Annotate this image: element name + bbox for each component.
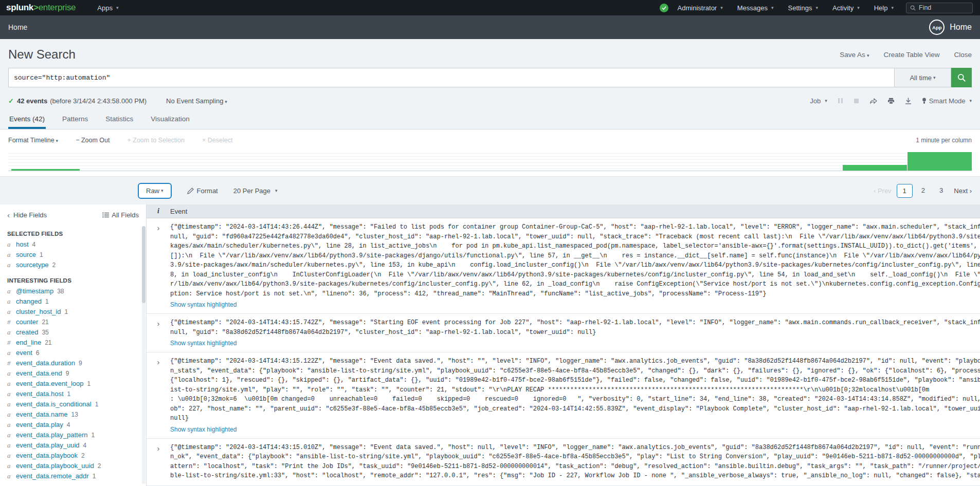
- show-syntax-link[interactable]: Show syntax highlighted: [170, 426, 237, 433]
- field-name[interactable]: event_data.playbook_uuid: [16, 462, 94, 470]
- field-event_data.is_conditional[interactable]: aevent_data.is_conditional1: [0, 399, 146, 409]
- share-job-icon[interactable]: [869, 98, 877, 104]
- next-page-button[interactable]: Next: [954, 187, 972, 195]
- field-event_data.name[interactable]: aevent_data.name13: [0, 409, 146, 420]
- field-name[interactable]: event_data.duration: [16, 359, 75, 367]
- format-button[interactable]: Format: [187, 187, 218, 195]
- field-name[interactable]: event_data.play: [16, 421, 63, 428]
- zoom-to-selection-button: + Zoom to Selection: [128, 137, 185, 144]
- field-created[interactable]: acreated35: [0, 327, 146, 338]
- show-syntax-link[interactable]: Show syntax highlighted: [170, 340, 237, 347]
- tab-patterns[interactable]: Patterns: [61, 109, 89, 129]
- field-name[interactable]: source: [16, 251, 36, 258]
- field-cluster_host_id[interactable]: acluster_host_id1: [0, 307, 146, 317]
- field-@timestamp[interactable]: a@timestamp38: [0, 286, 146, 296]
- messages-menu[interactable]: Messages: [730, 0, 781, 15]
- help-menu[interactable]: Help: [867, 0, 901, 15]
- print-icon[interactable]: [887, 98, 895, 104]
- field-event_data.duration[interactable]: #event_data.duration9: [0, 358, 146, 368]
- page-2-button[interactable]: 2: [916, 184, 931, 198]
- page-1-button[interactable]: 1: [897, 184, 913, 198]
- field-name[interactable]: event_data.play_uuid: [16, 441, 80, 449]
- field-name[interactable]: counter: [16, 318, 38, 326]
- search-submit-button[interactable]: [951, 68, 972, 87]
- splunk-logo[interactable]: splunk>enterprise: [6, 3, 76, 13]
- field-name[interactable]: event_data.playbook: [16, 452, 78, 459]
- event-sampling-menu[interactable]: No Event Sampling: [166, 97, 227, 105]
- field-host[interactable]: ahost4: [0, 239, 146, 250]
- page-3-button[interactable]: 3: [934, 184, 949, 198]
- search-mode-menu[interactable]: Smart Mode: [922, 97, 972, 105]
- field-event_data.end[interactable]: aevent_data.end9: [0, 368, 146, 379]
- timeline-panel: Format Timeline − Zoom Out + Zoom to Sel…: [0, 129, 980, 177]
- expand-event-icon[interactable]: [147, 222, 170, 309]
- field-event_data.play[interactable]: aevent_data.play4: [0, 420, 146, 430]
- field-name[interactable]: event_data.remote_addr: [16, 472, 89, 480]
- find-input[interactable]: Find: [906, 3, 973, 13]
- field-name[interactable]: @timestamp: [16, 287, 53, 295]
- save-as-menu[interactable]: Save As: [840, 51, 869, 59]
- timeline-bar[interactable]: [11, 169, 80, 171]
- user-menu[interactable]: Administrator: [670, 0, 730, 15]
- timeline-histogram[interactable]: [8, 151, 972, 171]
- time-range-picker[interactable]: All time: [895, 68, 951, 87]
- expand-event-icon[interactable]: [147, 318, 170, 347]
- field-name[interactable]: event_data.play_pattern: [16, 431, 88, 439]
- field-event_data.play_pattern[interactable]: aevent_data.play_pattern1: [0, 430, 146, 440]
- field-name[interactable]: event_data.event_loop: [16, 380, 84, 387]
- field-name[interactable]: event: [16, 349, 32, 357]
- timeline-bar[interactable]: [843, 165, 907, 171]
- field-counter[interactable]: #counter21: [0, 317, 146, 327]
- field-name[interactable]: event_data.is_conditional: [16, 400, 92, 408]
- field-event_data.remote_addr[interactable]: aevent_data.remote_addr1: [0, 471, 146, 481]
- breadcrumb-home[interactable]: Home: [8, 23, 27, 31]
- tab-visualization[interactable]: Visualization: [150, 109, 191, 129]
- hide-fields-link[interactable]: Hide Fields: [7, 211, 47, 219]
- export-icon[interactable]: [905, 98, 912, 104]
- tab-events-42[interactable]: Events (42): [8, 109, 46, 129]
- job-menu[interactable]: Job: [810, 97, 827, 105]
- field-event_data.playbook_uuid[interactable]: aevent_data.playbook_uuid2: [0, 461, 146, 471]
- close-link[interactable]: Close: [954, 51, 972, 59]
- field-name[interactable]: event_data.name: [16, 410, 67, 418]
- settings-menu[interactable]: Settings: [781, 0, 826, 15]
- format-timeline-menu[interactable]: Format Timeline: [8, 137, 58, 144]
- field-name[interactable]: changed: [16, 297, 42, 305]
- field-event_data.playbook[interactable]: aevent_data.playbook2: [0, 451, 146, 461]
- all-fields-link[interactable]: All Fields: [102, 211, 139, 219]
- field-name[interactable]: sourcetype: [16, 261, 49, 269]
- timeline-bar[interactable]: [908, 152, 972, 171]
- field-changed[interactable]: achanged1: [0, 296, 146, 307]
- field-name[interactable]: event_data.host: [16, 390, 64, 398]
- field-count: 21: [45, 339, 51, 346]
- field-end_line[interactable]: #end_line21: [0, 338, 146, 348]
- expand-event-icon[interactable]: [147, 357, 170, 434]
- tab-statistics[interactable]: Statistics: [104, 109, 134, 129]
- field-event[interactable]: aevent6: [0, 348, 146, 358]
- field-event_data.play_uuid[interactable]: aevent_data.play_uuid4: [0, 440, 146, 451]
- field-sourcetype[interactable]: asourcetype2: [0, 260, 146, 270]
- field-event_data.host[interactable]: aevent_data.host1: [0, 389, 146, 399]
- create-table-view-link[interactable]: Create Table View: [883, 51, 939, 59]
- show-syntax-link[interactable]: Show syntax highlighted: [170, 301, 237, 308]
- field-source[interactable]: asource1: [0, 250, 146, 260]
- expand-event-icon[interactable]: [147, 443, 170, 481]
- field-event_data.event_loop[interactable]: aevent_data.event_loop1: [0, 379, 146, 389]
- per-page-menu[interactable]: 20 Per Page: [233, 187, 278, 195]
- events-table-header: i Event: [147, 204, 980, 218]
- zoom-out-button[interactable]: − Zoom Out: [76, 137, 110, 144]
- pause-job-icon[interactable]: [838, 98, 843, 104]
- stop-job-icon[interactable]: [854, 98, 859, 104]
- field-name[interactable]: cluster_host_id: [16, 308, 61, 315]
- event-display-mode-button[interactable]: Raw: [138, 183, 172, 199]
- search-query-input[interactable]: source="http:automation": [8, 68, 895, 87]
- field-name[interactable]: host: [16, 240, 29, 248]
- apps-menu[interactable]: Apps: [90, 0, 125, 15]
- sidebar-scrollbar[interactable]: [142, 226, 146, 484]
- field-name[interactable]: end_line: [16, 339, 41, 346]
- activity-menu[interactable]: Activity: [825, 0, 867, 15]
- field-name[interactable]: event_data.end: [16, 369, 62, 377]
- field-name[interactable]: created: [16, 328, 38, 336]
- field-type: #: [7, 318, 12, 326]
- event-row: {"@timestamp": "2024-03-14T14:43:26.444Z…: [147, 218, 980, 314]
